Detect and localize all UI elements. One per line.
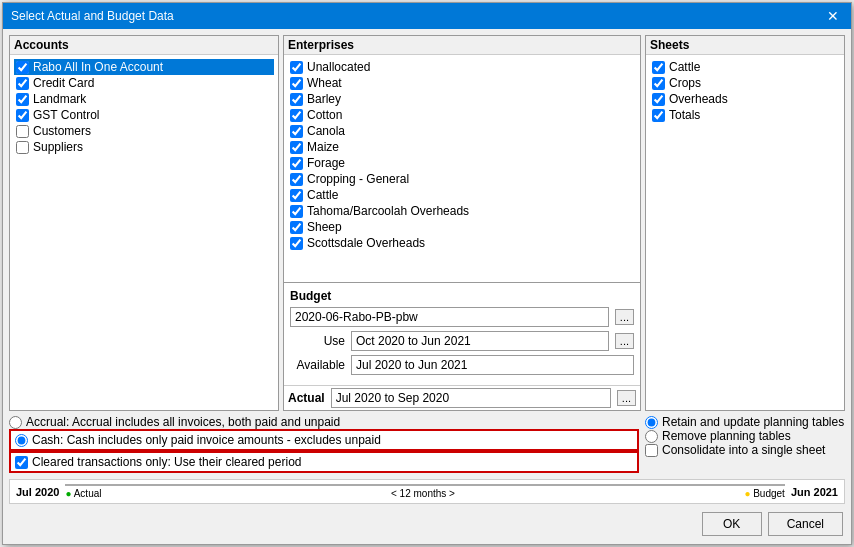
enterprises-scroll: UnallocatedWheatBarleyCottonCanolaMaizeF… — [284, 55, 640, 282]
account-item-customers[interactable]: Customers — [14, 123, 274, 139]
account-label-suppliers: Suppliers — [33, 140, 83, 154]
sheet-checkbox-overheads[interactable] — [652, 93, 665, 106]
enterprise-label-sheep: Sheep — [307, 220, 342, 234]
retain-radio[interactable] — [645, 416, 658, 429]
enterprise-item-tahoma[interactable]: Tahoma/Barcoolah Overheads — [288, 203, 636, 219]
timeline-sub: ● Actual < 12 months > ● Budget — [65, 488, 784, 499]
enterprise-item-forage[interactable]: Forage — [288, 155, 636, 171]
enterprise-label-wheat: Wheat — [307, 76, 342, 90]
enterprise-checkbox-unallocated[interactable] — [290, 61, 303, 74]
dialog-title: Select Actual and Budget Data — [11, 9, 174, 23]
enterprise-checkbox-cotton[interactable] — [290, 109, 303, 122]
enterprise-item-sheep[interactable]: Sheep — [288, 219, 636, 235]
enterprise-checkbox-sheep[interactable] — [290, 221, 303, 234]
cleared-checkbox[interactable] — [15, 456, 28, 469]
enterprise-item-maize[interactable]: Maize — [288, 139, 636, 155]
account-checkbox-landmark[interactable] — [16, 93, 29, 106]
sheet-checkbox-crops[interactable] — [652, 77, 665, 90]
account-item-credit-card[interactable]: Credit Card — [14, 75, 274, 91]
budget-dot-label: ● Budget — [744, 488, 785, 499]
budget-input[interactable] — [290, 307, 609, 327]
sheet-label-cattle: Cattle — [669, 60, 700, 74]
cash-option: Cash: Cash includes only paid invoice am… — [15, 433, 633, 447]
remove-label: Remove planning tables — [662, 429, 791, 443]
sheet-item-cattle[interactable]: Cattle — [650, 59, 840, 75]
enterprise-item-unallocated[interactable]: Unallocated — [288, 59, 636, 75]
cash-radio[interactable] — [15, 434, 28, 447]
account-checkbox-credit-card[interactable] — [16, 77, 29, 90]
account-item-landmark[interactable]: Landmark — [14, 91, 274, 107]
account-checkbox-gst-control[interactable] — [16, 109, 29, 122]
sheet-checkbox-cattle[interactable] — [652, 61, 665, 74]
footer-left: Accrual: Accrual includes all invoices, … — [9, 415, 639, 473]
enterprises-list: UnallocatedWheatBarleyCottonCanolaMaizeF… — [284, 55, 640, 282]
consolidate-option: Consolidate into a single sheet — [645, 443, 845, 457]
enterprises-panel: Enterprises UnallocatedWheatBarleyCotton… — [283, 35, 641, 411]
enterprise-checkbox-tahoma[interactable] — [290, 205, 303, 218]
cleared-label: Cleared transactions only: Use their cle… — [32, 455, 301, 469]
account-label-landmark: Landmark — [33, 92, 86, 106]
cash-label: Cash: Cash includes only paid invoice am… — [32, 433, 381, 447]
enterprise-label-cropping-general: Cropping - General — [307, 172, 409, 186]
enterprise-item-cropping-general[interactable]: Cropping - General — [288, 171, 636, 187]
actual-bar: Actual ... — [284, 385, 640, 410]
full-bottom: Accrual: Accrual includes all invoices, … — [9, 415, 845, 473]
budget-use-ellipsis[interactable]: ... — [615, 333, 634, 349]
cancel-button[interactable]: Cancel — [768, 512, 843, 536]
enterprise-item-cotton[interactable]: Cotton — [288, 107, 636, 123]
enterprise-checkbox-cattle[interactable] — [290, 189, 303, 202]
budget-dot: ● — [744, 488, 750, 499]
accrual-radio[interactable] — [9, 416, 22, 429]
enterprise-checkbox-maize[interactable] — [290, 141, 303, 154]
actual-ellipsis-button[interactable]: ... — [617, 390, 636, 406]
actual-dot: ● — [65, 488, 71, 499]
sheet-item-overheads[interactable]: Overheads — [650, 91, 840, 107]
enterprise-checkbox-scottsdale[interactable] — [290, 237, 303, 250]
enterprise-checkbox-canola[interactable] — [290, 125, 303, 138]
account-item-rabo[interactable]: Rabo All In One Account — [14, 59, 274, 75]
budget-available-label: Available — [290, 358, 345, 372]
sheet-checkbox-totals[interactable] — [652, 109, 665, 122]
timeline-end: Jun 2021 — [791, 486, 838, 498]
account-item-suppliers[interactable]: Suppliers — [14, 139, 274, 155]
enterprise-checkbox-cropping-general[interactable] — [290, 173, 303, 186]
budget-value-row: ... — [290, 307, 634, 327]
remove-radio[interactable] — [645, 430, 658, 443]
account-checkbox-rabo[interactable] — [16, 61, 29, 74]
enterprise-checkbox-barley[interactable] — [290, 93, 303, 106]
sheets-label: Sheets — [646, 36, 844, 55]
sheet-item-totals[interactable]: Totals — [650, 107, 840, 123]
enterprise-item-wheat[interactable]: Wheat — [288, 75, 636, 91]
actual-input[interactable] — [331, 388, 611, 408]
budget-use-input[interactable] — [351, 331, 609, 351]
consolidate-checkbox[interactable] — [645, 444, 658, 457]
budget-section: Budget ... Use ... Available — [284, 282, 640, 385]
sheet-item-crops[interactable]: Crops — [650, 75, 840, 91]
top-panels: Accounts Rabo All In One AccountCredit C… — [9, 35, 845, 411]
enterprise-item-canola[interactable]: Canola — [288, 123, 636, 139]
enterprise-checkbox-forage[interactable] — [290, 157, 303, 170]
accounts-list: Rabo All In One AccountCredit CardLandma… — [10, 55, 278, 410]
accounts-panel: Accounts Rabo All In One AccountCredit C… — [9, 35, 279, 411]
accounts-label: Accounts — [10, 36, 278, 55]
enterprise-item-cattle[interactable]: Cattle — [288, 187, 636, 203]
account-checkbox-customers[interactable] — [16, 125, 29, 138]
account-label-customers: Customers — [33, 124, 91, 138]
sheet-label-overheads: Overheads — [669, 92, 728, 106]
budget-use-row: Use ... — [290, 331, 634, 351]
close-button[interactable]: ✕ — [823, 8, 843, 24]
budget-available-input[interactable] — [351, 355, 634, 375]
enterprises-label: Enterprises — [284, 36, 640, 55]
ok-button[interactable]: OK — [702, 512, 762, 536]
title-bar: Select Actual and Budget Data ✕ — [3, 3, 851, 29]
enterprise-checkbox-wheat[interactable] — [290, 77, 303, 90]
cleared-box: Cleared transactions only: Use their cle… — [9, 451, 639, 473]
enterprise-item-scottsdale[interactable]: Scottsdale Overheads — [288, 235, 636, 251]
enterprise-item-barley[interactable]: Barley — [288, 91, 636, 107]
enterprise-label-scottsdale: Scottsdale Overheads — [307, 236, 425, 250]
account-checkbox-suppliers[interactable] — [16, 141, 29, 154]
gradient-bar — [65, 484, 784, 486]
budget-ellipsis-button[interactable]: ... — [615, 309, 634, 325]
account-item-gst-control[interactable]: GST Control — [14, 107, 274, 123]
timeline-start: Jul 2020 — [16, 486, 59, 498]
